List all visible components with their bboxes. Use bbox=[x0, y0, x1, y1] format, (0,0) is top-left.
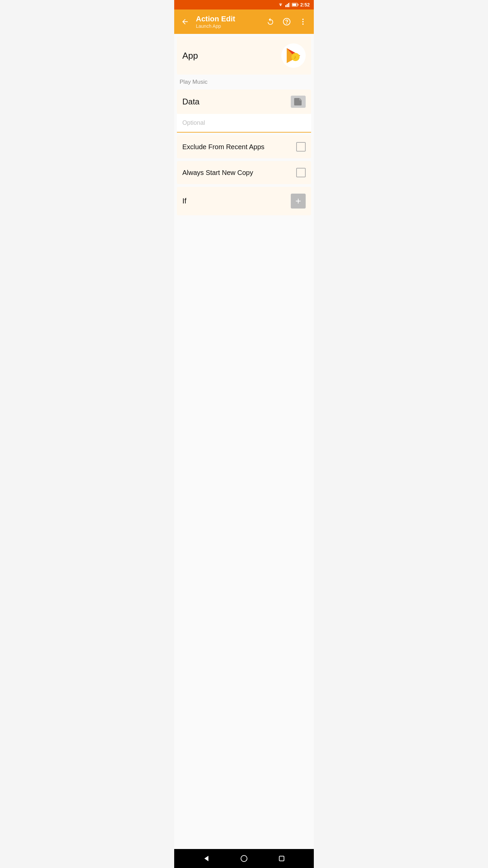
optional-container[interactable] bbox=[177, 114, 311, 133]
back-button[interactable] bbox=[178, 15, 192, 28]
status-time: 2:52 bbox=[300, 2, 310, 7]
play-music-app-icon: ♪ bbox=[285, 47, 302, 64]
toolbar: Action Edit Launch App bbox=[174, 9, 314, 34]
help-button[interactable] bbox=[280, 15, 293, 28]
always-start-new-copy-row[interactable]: Always Start New Copy bbox=[177, 161, 311, 184]
signal-icon bbox=[285, 2, 290, 7]
svg-rect-2 bbox=[288, 3, 289, 7]
svg-point-10 bbox=[302, 21, 304, 22]
svg-marker-16 bbox=[204, 856, 208, 861]
data-section[interactable]: Data bbox=[177, 90, 311, 114]
toolbar-title-block: Action Edit Launch App bbox=[196, 15, 260, 29]
exclude-recent-apps-label: Exclude From Recent Apps bbox=[182, 143, 296, 151]
svg-point-17 bbox=[241, 855, 247, 862]
toolbar-subtitle: Launch App bbox=[196, 23, 260, 29]
battery-icon bbox=[292, 3, 299, 7]
svg-rect-5 bbox=[298, 4, 298, 6]
svg-rect-0 bbox=[285, 5, 286, 7]
data-icon[interactable] bbox=[291, 96, 306, 108]
svg-point-8 bbox=[287, 23, 287, 24]
app-label: App bbox=[182, 51, 281, 61]
svg-text:♪: ♪ bbox=[294, 54, 296, 60]
svg-rect-18 bbox=[279, 856, 284, 861]
svg-point-11 bbox=[302, 23, 304, 25]
content: App ♪ Play Music Data bbox=[174, 34, 314, 849]
if-label: If bbox=[182, 197, 291, 205]
always-start-new-copy-label: Always Start New Copy bbox=[182, 169, 296, 177]
document-icon bbox=[293, 98, 303, 105]
data-label: Data bbox=[182, 97, 291, 106]
wifi-icon bbox=[278, 2, 284, 7]
nav-recent-button[interactable] bbox=[275, 852, 288, 865]
always-start-new-copy-checkbox[interactable] bbox=[296, 168, 306, 177]
nav-home-button[interactable] bbox=[237, 852, 251, 865]
exclude-recent-apps-checkbox[interactable] bbox=[296, 142, 306, 152]
optional-input[interactable] bbox=[177, 114, 311, 132]
exclude-recent-apps-row[interactable]: Exclude From Recent Apps bbox=[177, 135, 311, 158]
nav-bar bbox=[174, 849, 314, 868]
toolbar-actions bbox=[264, 15, 310, 28]
refresh-button[interactable] bbox=[264, 15, 277, 28]
nav-back-button[interactable] bbox=[200, 852, 213, 865]
status-icons: 2:52 bbox=[278, 2, 310, 7]
toolbar-title: Action Edit bbox=[196, 15, 260, 23]
svg-rect-6 bbox=[292, 4, 296, 6]
more-button[interactable] bbox=[296, 15, 310, 28]
if-row[interactable]: If bbox=[177, 187, 311, 215]
app-icon-container[interactable]: ♪ bbox=[281, 43, 306, 68]
svg-rect-3 bbox=[289, 2, 290, 7]
status-bar: 2:52 bbox=[174, 0, 314, 9]
svg-point-9 bbox=[302, 19, 304, 20]
app-section[interactable]: App ♪ bbox=[177, 37, 311, 75]
app-name-label: Play Music bbox=[174, 75, 314, 87]
if-add-button[interactable] bbox=[291, 194, 306, 209]
svg-rect-1 bbox=[287, 4, 288, 7]
